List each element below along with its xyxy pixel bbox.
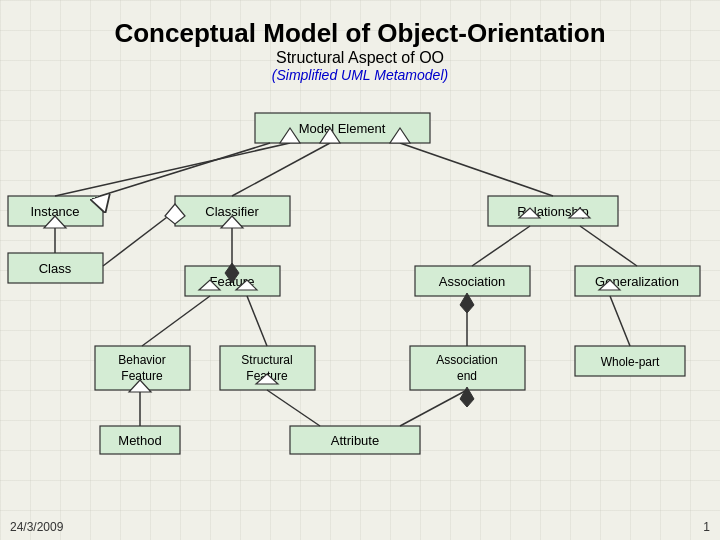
date-footer: 24/3/2009 [10,520,63,534]
association-end-label2: end [457,369,477,383]
whole-part-label: Whole-part [601,355,660,369]
page-number: 1 [703,520,710,534]
class-label: Class [39,261,72,276]
relationship-me-line [400,143,553,196]
model-element-label: Model Element [299,121,386,136]
behavior-feature-label2: Feature [121,369,163,383]
sub-title: Structural Aspect of OO [0,49,720,67]
bf-feature-line [142,296,210,346]
title-area: Conceptual Model of Object-Orientation S… [0,0,720,87]
wp-rel-line [610,296,630,346]
attr-sf-line [267,390,320,426]
attr-ae-line [400,390,467,426]
gen-rel-line [580,226,637,266]
association-end-label: Association [436,353,497,367]
sf-feature-line [247,296,267,346]
diagram: Model Element Instance Classifier Relati… [0,108,720,538]
assoc-rel-line [472,226,530,266]
slide: Conceptual Model of Object-Orientation S… [0,0,720,540]
behavior-feature-label: Behavior [118,353,165,367]
sub-title2: (Simplified UML Metamodel) [0,67,720,83]
association-label: Association [439,274,505,289]
instance-me-line [55,143,290,196]
class-classifier-line [103,211,175,266]
main-title: Conceptual Model of Object-Orientation [0,18,720,49]
me-instance-line [100,143,270,196]
attribute-label: Attribute [331,433,379,448]
method-label: Method [118,433,161,448]
structural-feature-label: Structural [241,353,292,367]
